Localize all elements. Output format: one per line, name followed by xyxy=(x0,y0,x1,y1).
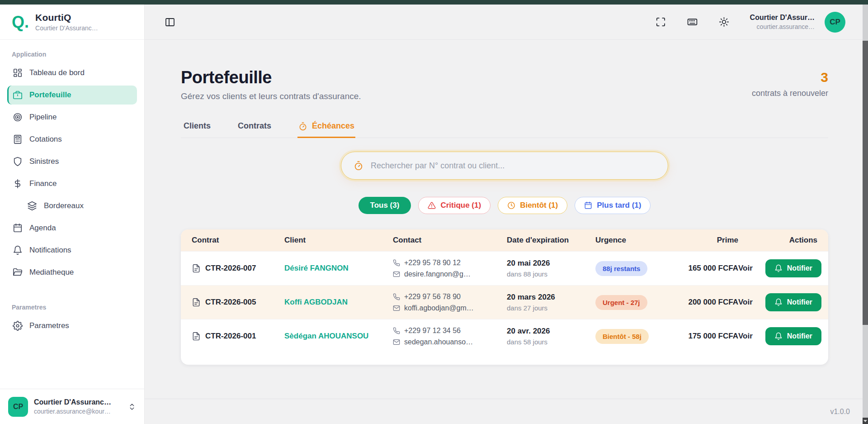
sun-icon xyxy=(719,17,729,27)
tab-label: Contrats xyxy=(238,121,271,131)
logo-q-icon: Q. xyxy=(12,14,29,30)
sidebar-item-parametres[interactable]: Parametres xyxy=(7,316,137,335)
filter-critique[interactable]: Critique (1) xyxy=(418,197,491,214)
filter-label: Critique (1) xyxy=(440,201,481,210)
notify-label: Notifier xyxy=(787,264,812,272)
premium-amount: 200 000 FCFA xyxy=(662,298,738,307)
alert-triangle-icon xyxy=(428,201,436,210)
renewal-count: 3 xyxy=(752,70,828,85)
view-button[interactable]: Voir xyxy=(738,298,753,307)
timer-icon xyxy=(354,161,363,171)
client-name-link[interactable]: Sèdégan AHOUANSOU xyxy=(284,332,393,341)
filter-label: Plus tard (1) xyxy=(597,201,641,210)
app-title: KourtiQ xyxy=(35,12,98,23)
notify-button[interactable]: Notifier xyxy=(765,327,821,345)
topbar-user-name: Courtier D'Assur… xyxy=(750,14,815,22)
briefcase-icon xyxy=(13,90,23,100)
shield-icon xyxy=(13,157,23,167)
renewal-stat: 3 contrats à renouveler xyxy=(752,70,828,98)
notify-label: Notifier xyxy=(787,298,812,306)
client-phone: +229 97 12 34 56 xyxy=(404,327,461,335)
client-name-link[interactable]: Désiré FANGNON xyxy=(284,264,393,273)
notify-button[interactable]: Notifier xyxy=(765,293,821,311)
search-section xyxy=(181,152,828,180)
col-header-actions: Actions xyxy=(738,236,817,245)
arrow-down-icon xyxy=(863,420,867,422)
tab-label: Clients xyxy=(184,121,211,131)
notify-button[interactable]: Notifier xyxy=(765,259,821,277)
contract-number: CTR-2026-007 xyxy=(205,264,256,273)
sidebar-item-portefeuille[interactable]: Portefeuille xyxy=(7,86,137,105)
sidebar-item-label: Finance xyxy=(29,179,57,188)
contract-number: CTR-2026-005 xyxy=(205,298,256,307)
expiry-date: 20 mai 2026 xyxy=(507,259,595,268)
filter-label: Bientôt (1) xyxy=(520,201,558,210)
expiry-date: 20 mars 2026 xyxy=(507,293,595,302)
sidebar-item-label: Cotations xyxy=(29,135,62,144)
phone-icon xyxy=(393,293,400,300)
fullscreen-button[interactable] xyxy=(656,17,666,27)
tab-contrats[interactable]: Contrats xyxy=(237,119,272,138)
avatar[interactable]: CP xyxy=(825,12,845,33)
client-phone: +229 95 78 90 12 xyxy=(404,259,461,267)
phone-icon xyxy=(393,259,400,267)
filter-bientot[interactable]: Bientôt (1) xyxy=(498,197,567,214)
sidebar-item-mediatheque[interactable]: Mediatheque xyxy=(7,263,137,282)
main-area: Courtier D'Assur… courtier.assurance… CP… xyxy=(145,5,863,424)
sidebar-item-tableau-de-bord[interactable]: Tableau de bord xyxy=(7,63,137,82)
keyboard-shortcuts-button[interactable] xyxy=(687,16,698,28)
timer-icon xyxy=(298,122,307,131)
urgency-badge: Urgent - 27j xyxy=(595,295,647,310)
col-header-contact: Contact xyxy=(393,236,507,245)
fullscreen-icon xyxy=(656,17,666,27)
tab-clients[interactable]: Clients xyxy=(183,119,212,138)
sidebar-user-card[interactable]: CP Courtier D'Assuranc… courtier.assuran… xyxy=(0,389,144,424)
topbar: Courtier D'Assur… courtier.assurance… CP xyxy=(145,5,863,40)
sidebar-item-agenda[interactable]: Agenda xyxy=(7,219,137,238)
bell-icon xyxy=(13,245,23,255)
topbar-user-email: courtier.assurance… xyxy=(750,23,815,30)
table-header-row: Contrat Client Contact Date d'expiration… xyxy=(181,229,828,251)
tab-echeances[interactable]: Échéances xyxy=(297,119,355,138)
bell-icon xyxy=(774,298,783,306)
sidebar-item-finance[interactable]: Finance xyxy=(7,174,137,193)
filter-plus-tard[interactable]: Plus tard (1) xyxy=(575,197,651,214)
sidebar-toggle-button[interactable] xyxy=(165,17,175,28)
col-header-prime: Prime xyxy=(662,236,738,245)
vertical-scrollbar[interactable] xyxy=(863,5,868,424)
scrollbar-thumb[interactable] xyxy=(863,41,868,325)
dashboard-icon xyxy=(13,68,23,78)
col-header-urgence: Urgence xyxy=(595,236,662,245)
sidebar-item-pipeline[interactable]: Pipeline xyxy=(7,108,137,127)
view-button[interactable]: Voir xyxy=(738,332,753,341)
filter-tous[interactable]: Tous (3) xyxy=(359,197,411,214)
sidebar-item-label: Tableau de bord xyxy=(29,68,85,77)
sidebar-item-label: Notifications xyxy=(29,246,71,255)
sidebar-item-bordereaux[interactable]: Bordereaux xyxy=(7,196,137,215)
filter-label: Tous (3) xyxy=(370,201,400,210)
panel-left-icon xyxy=(165,17,175,28)
app-logo[interactable]: Q. KourtiQ Courtier D'Assuranc… xyxy=(0,5,144,40)
sidebar-item-cotations[interactable]: Cotations xyxy=(7,130,137,149)
target-icon xyxy=(13,112,23,122)
layers-icon xyxy=(27,201,37,211)
client-email: koffi.agbodjan@gm… xyxy=(404,304,474,312)
scrollbar-down-button[interactable] xyxy=(863,418,868,424)
sidebar: Q. KourtiQ Courtier D'Assuranc… Applicat… xyxy=(0,5,145,424)
view-button[interactable]: Voir xyxy=(738,264,753,273)
sidebar-item-label: Pipeline xyxy=(29,113,57,122)
theme-toggle-button[interactable] xyxy=(719,17,729,27)
days-remaining: dans 58 jours xyxy=(507,338,595,346)
sidebar-item-sinistres[interactable]: Sinistres xyxy=(7,152,137,171)
gear-icon xyxy=(13,321,23,331)
page-content: Portefeuille Gérez vos clients et leurs … xyxy=(145,40,863,399)
sidebar-item-label: Mediatheque xyxy=(29,268,74,277)
sidebar-user-email: courtier.assurance@kour… xyxy=(34,408,111,415)
search-input[interactable] xyxy=(371,161,656,171)
phone-icon xyxy=(393,327,400,334)
client-name-link[interactable]: Koffi AGBODJAN xyxy=(284,298,393,307)
table-row: CTR-2026-001 Sèdégan AHOUANSOU +229 97 1… xyxy=(181,319,828,353)
notify-label: Notifier xyxy=(787,332,812,340)
avatar: CP xyxy=(8,397,28,417)
sidebar-item-notifications[interactable]: Notifications xyxy=(7,241,137,260)
